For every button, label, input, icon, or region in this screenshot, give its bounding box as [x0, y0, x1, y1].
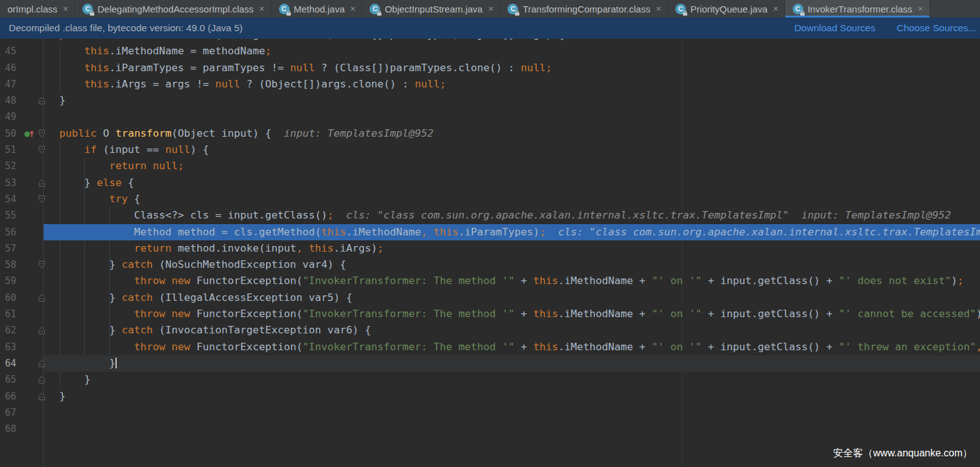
fold-marker-up-icon[interactable] — [38, 322, 46, 338]
tab-close-icon[interactable]: × — [918, 4, 923, 13]
fold-marker-up-icon[interactable] — [38, 355, 46, 371]
gutter: 44 — [0, 39, 44, 43]
gutter-icon-slot — [24, 257, 36, 273]
code-token: transform — [115, 127, 172, 139]
code-text[interactable]: } catch (IllegalAccessException var5) { — [44, 290, 980, 306]
code-token — [44, 144, 84, 155]
tab-close-icon[interactable]: × — [656, 4, 661, 13]
code-token: { — [122, 177, 134, 189]
code-line: 48 } — [0, 92, 980, 109]
code-text[interactable]: } — [44, 355, 980, 371]
code-token: (input == — [97, 144, 165, 155]
readonly-lock-icon — [800, 12, 805, 16]
gutter-icon-slot — [24, 175, 36, 191]
gutter-icon-slot — [24, 43, 36, 59]
code-token — [44, 127, 59, 139]
code-text[interactable]: if (input == null) { — [44, 142, 980, 158]
code-token — [44, 62, 84, 74]
code-text[interactable]: this.iParamTypes = paramTypes != null ? … — [44, 60, 980, 76]
code-token: (Object input) { — [172, 127, 272, 139]
download-sources-link[interactable]: Download Sources — [794, 22, 875, 34]
code-token: ; — [378, 242, 384, 254]
code-text[interactable]: public O transform(Object input) { input… — [44, 125, 980, 142]
code-text[interactable]: } — [44, 388, 980, 405]
code-token: .iMethodName + — [558, 341, 652, 353]
code-text[interactable] — [44, 405, 980, 421]
line-number: 48 — [0, 92, 24, 109]
fold-marker-up-icon[interactable] — [38, 175, 46, 191]
tab-priorityqueue-java[interactable]: CPriorityQueue.java× — [668, 0, 785, 17]
code-token: null — [165, 144, 190, 155]
choose-sources-link[interactable]: Choose Sources... — [896, 22, 976, 34]
code-text[interactable]: Method method = cls.getMethod(this.iMeth… — [44, 224, 980, 240]
fold-marker-slot — [38, 60, 46, 76]
line-number: 62 — [0, 322, 24, 338]
java-class-icon: C — [793, 4, 803, 14]
code-text[interactable]: throw new FunctorException("InvokerTrans… — [44, 339, 980, 355]
code-text[interactable]: } catch (InvocationTargetException var6)… — [44, 322, 980, 338]
overrides-method-icon[interactable] — [24, 125, 36, 142]
code-token: } — [44, 292, 122, 303]
tab-orimpl-class[interactable]: orImpl.class× — [0, 0, 75, 17]
code-token: ? (Class[])paramTypes.clone() : — [315, 62, 521, 74]
fold-marker-down-icon[interactable] — [38, 142, 46, 158]
fold-marker-down-icon[interactable] — [38, 125, 46, 142]
fold-marker-up-icon[interactable] — [38, 290, 46, 306]
tab-close-icon[interactable]: × — [63, 4, 68, 13]
tab-delegatingmethodaccessorimpl-class[interactable]: CDelegatingMethodAccessorImpl.class× — [75, 0, 271, 17]
code-text[interactable]: public InvokerTransformer(String methodN… — [44, 39, 980, 43]
code-text[interactable]: return method.invoke(input, this.iArgs); — [44, 240, 980, 257]
gutter-icon-slot — [24, 92, 36, 109]
tab-objectinputstream-java[interactable]: CObjectInputStream.java× — [362, 0, 500, 17]
gutter: 55 — [0, 207, 44, 224]
code-editor[interactable]: 44 public InvokerTransformer(String meth… — [0, 39, 980, 467]
fold-marker-down-icon[interactable] — [38, 191, 46, 207]
code-line: 66 } — [0, 388, 980, 405]
code-token: throw — [134, 275, 165, 287]
debugger-inline-hint: cls: "class com.sun.org.apache.xalan.int… — [546, 226, 980, 238]
tab-close-icon[interactable]: × — [350, 4, 355, 13]
code-text[interactable] — [44, 109, 980, 125]
tab-close-icon[interactable]: × — [259, 4, 264, 13]
code-text[interactable]: this.iArgs = args != null ? (Object[])ar… — [44, 76, 980, 92]
code-text[interactable]: this.iMethodName = methodName; — [44, 43, 980, 59]
tab-transformingcomparator-class[interactable]: CTransformingComparator.class× — [500, 0, 668, 17]
code-token — [427, 226, 433, 238]
gutter: 61 — [0, 306, 44, 322]
readonly-lock-icon — [515, 12, 519, 16]
code-text[interactable] — [44, 421, 980, 437]
tab-close-icon[interactable]: × — [488, 4, 493, 13]
fold-marker-up-icon[interactable] — [38, 92, 46, 109]
java-class-icon: C — [675, 4, 686, 14]
fold-marker-slot — [38, 306, 46, 322]
code-token: "InvokerTransformer: The method '" — [303, 308, 515, 320]
code-text[interactable]: } else { — [44, 175, 980, 191]
code-token: } — [44, 258, 122, 270]
code-text[interactable]: } catch (NoSuchMethodException var4) { — [44, 257, 980, 273]
code-text[interactable]: throw new FunctorException("InvokerTrans… — [44, 273, 980, 289]
readonly-lock-icon — [683, 12, 687, 16]
code-token: null — [521, 62, 546, 74]
code-text[interactable]: Class<?> cls = input.getClass(); cls: "c… — [44, 207, 980, 224]
code-token: + input.getClass() + — [702, 308, 839, 320]
line-number: 45 — [0, 43, 24, 59]
line-number: 56 — [0, 224, 24, 240]
code-line: 65 } — [0, 371, 980, 388]
gutter-icon-slot — [24, 60, 36, 76]
readonly-lock-icon — [377, 12, 381, 16]
code-token: } — [44, 373, 91, 385]
tab-invokertransformer-class[interactable]: CInvokerTransformer.class× — [785, 0, 930, 17]
fold-marker-down-icon[interactable] — [38, 257, 46, 273]
fold-marker-up-icon[interactable] — [38, 388, 46, 405]
code-text[interactable]: return null; — [44, 158, 980, 174]
code-text[interactable]: try { — [44, 191, 980, 207]
readonly-lock-icon — [90, 12, 94, 16]
code-text[interactable]: throw new FunctorException("InvokerTrans… — [44, 306, 980, 322]
tab-close-icon[interactable]: × — [773, 4, 778, 13]
debugger-inline-hint: input: TemplatesImpl@952 — [272, 127, 434, 139]
fold-marker-up-icon[interactable] — [38, 371, 46, 388]
code-token: + — [514, 275, 533, 287]
code-text[interactable]: } — [44, 371, 980, 388]
tab-method-java[interactable]: CMethod.java× — [272, 0, 363, 17]
code-text[interactable]: } — [44, 92, 980, 109]
